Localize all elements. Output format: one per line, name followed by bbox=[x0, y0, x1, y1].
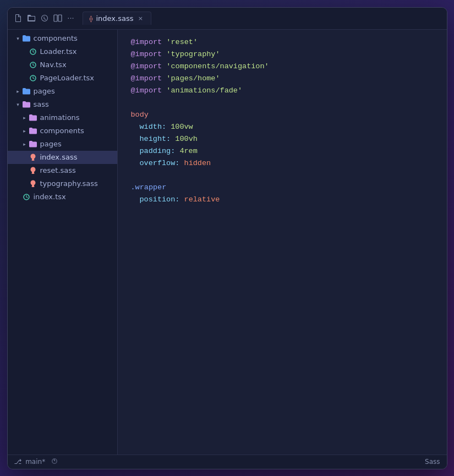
sass-arrow bbox=[14, 101, 22, 108]
code-line-empty-2 bbox=[118, 169, 447, 182]
sidebar: components Loader.tsx Nav.tsx bbox=[8, 30, 118, 455]
sidebar-item-components[interactable]: components bbox=[8, 32, 117, 45]
index-tsx-file-icon bbox=[22, 193, 31, 201]
components-label: components bbox=[34, 34, 78, 42]
position-prop: position: bbox=[140, 194, 180, 206]
height-prop: height: bbox=[140, 133, 171, 145]
pageloader-label: PageLoader.tsx bbox=[40, 74, 95, 82]
animations-label: animations bbox=[40, 113, 80, 122]
at-rule-4: @import bbox=[131, 73, 162, 85]
tab-close-button[interactable]: × bbox=[136, 15, 144, 23]
svg-rect-0 bbox=[54, 15, 57, 21]
components-folder-icon bbox=[22, 34, 31, 43]
at-rule-5: @import bbox=[131, 85, 162, 97]
at-rule-3: @import bbox=[131, 61, 162, 73]
sidebar-item-index-tsx[interactable]: index.tsx bbox=[8, 190, 117, 204]
new-file-icon[interactable] bbox=[13, 13, 23, 23]
sidebar-item-typography-sass[interactable]: typography.sass bbox=[8, 177, 117, 190]
tab-label: index.sass bbox=[96, 14, 133, 23]
at-rule-2: @import bbox=[131, 48, 162, 61]
file-tab[interactable]: ⟠ index.sass × bbox=[83, 12, 152, 25]
reset-sass-label: reset.sass bbox=[40, 166, 76, 174]
sidebar-item-loader[interactable]: Loader.tsx bbox=[8, 45, 117, 58]
width-prop: width: bbox=[140, 121, 167, 133]
sass-components-arrow bbox=[21, 127, 29, 135]
pages-arrow bbox=[14, 87, 22, 95]
refresh-icon[interactable] bbox=[40, 13, 50, 23]
string-2: 'typography' bbox=[166, 48, 220, 61]
string-3: 'components/navigation' bbox=[166, 61, 269, 73]
sidebar-item-sass-pages[interactable]: pages bbox=[8, 138, 117, 151]
string-5: 'animations/fade' bbox=[166, 85, 242, 97]
sidebar-item-sass[interactable]: sass bbox=[8, 98, 117, 111]
branch-indicator[interactable]: ⎇ main* bbox=[14, 458, 46, 466]
pageloader-file-icon bbox=[29, 74, 37, 83]
pages-label: pages bbox=[34, 87, 55, 95]
typography-sass-label: typography.sass bbox=[40, 179, 98, 188]
language-indicator[interactable]: Sass bbox=[425, 458, 440, 466]
code-line-overflow: overflow: hidden bbox=[118, 157, 447, 169]
sidebar-item-reset-sass[interactable]: reset.sass bbox=[8, 164, 117, 177]
at-rule-1: @import bbox=[131, 36, 162, 48]
code-line-body: body bbox=[118, 109, 447, 121]
svg-rect-1 bbox=[58, 15, 62, 21]
reset-sass-file-icon bbox=[29, 166, 37, 175]
animations-folder-icon bbox=[29, 113, 37, 122]
svg-rect-6 bbox=[31, 173, 34, 174]
wrapper-selector: .wrapper bbox=[131, 182, 167, 194]
code-line-height: height: 100vh bbox=[118, 133, 447, 145]
code-line-1: @import 'reset' bbox=[118, 36, 447, 48]
tab-file-icon: ⟠ bbox=[90, 15, 93, 23]
sidebar-item-animations[interactable]: animations bbox=[8, 111, 117, 124]
overflow-prop: overflow: bbox=[140, 157, 180, 169]
body-selector: body bbox=[131, 109, 149, 121]
sidebar-item-pages[interactable]: pages bbox=[8, 85, 117, 98]
loader-label: Loader.tsx bbox=[40, 47, 77, 56]
sass-pages-arrow bbox=[21, 140, 29, 148]
sass-label: sass bbox=[34, 100, 49, 108]
more-icon[interactable]: ··· bbox=[66, 13, 76, 23]
padding-prop: padding: bbox=[140, 145, 176, 157]
statusbar-left: ⎇ main* bbox=[14, 457, 59, 467]
titlebar-icons: ··· bbox=[13, 13, 76, 23]
new-folder-icon[interactable] bbox=[26, 13, 36, 23]
code-line-5: @import 'animations/fade' bbox=[118, 85, 447, 97]
animations-arrow bbox=[21, 114, 29, 122]
index-sass-file-icon bbox=[29, 153, 37, 162]
sass-components-label: components bbox=[40, 127, 84, 135]
statusbar-right: Sass bbox=[425, 458, 440, 466]
svg-rect-7 bbox=[31, 186, 34, 187]
code-editor[interactable]: @import 'reset' @import 'typography' @im… bbox=[118, 30, 447, 455]
index-sass-label: index.sass bbox=[40, 153, 78, 161]
sidebar-item-index-sass[interactable]: index.sass bbox=[8, 151, 117, 164]
sync-icon[interactable] bbox=[51, 457, 58, 467]
nav-file-icon bbox=[29, 61, 37, 69]
main-area: components Loader.tsx Nav.tsx bbox=[8, 30, 447, 455]
typography-sass-file-icon bbox=[29, 179, 37, 188]
width-val: 100vw bbox=[171, 121, 193, 133]
sidebar-item-sass-components[interactable]: components bbox=[8, 124, 117, 138]
code-line-empty-1 bbox=[118, 97, 447, 109]
branch-name: main* bbox=[25, 458, 45, 466]
code-line-2: @import 'typography' bbox=[118, 48, 447, 61]
loader-file-icon bbox=[29, 47, 37, 56]
statusbar: ⎇ main* Sass bbox=[8, 455, 447, 469]
nav-label: Nav.tsx bbox=[40, 61, 67, 69]
sass-pages-label: pages bbox=[40, 140, 62, 148]
titlebar: ··· ⟠ index.sass × bbox=[8, 8, 447, 30]
string-1: 'reset' bbox=[166, 36, 198, 48]
code-line-width: width: 100vw bbox=[118, 121, 447, 133]
pages-folder-icon bbox=[22, 87, 31, 96]
editor-window: ··· ⟠ index.sass × components bbox=[7, 7, 447, 469]
code-line-position: position: relative bbox=[118, 194, 447, 206]
sidebar-item-nav[interactable]: Nav.tsx bbox=[8, 58, 117, 72]
code-line-4: @import 'pages/home' bbox=[118, 73, 447, 85]
git-branch-icon: ⎇ bbox=[14, 458, 22, 466]
string-4: 'pages/home' bbox=[166, 73, 220, 85]
index-tsx-label: index.tsx bbox=[34, 193, 66, 201]
height-val: 100vh bbox=[175, 133, 198, 145]
sidebar-item-pageloader[interactable]: PageLoader.tsx bbox=[8, 72, 117, 85]
components-arrow bbox=[14, 35, 22, 42]
split-editor-icon[interactable] bbox=[53, 13, 63, 23]
padding-val: 4rem bbox=[179, 145, 197, 157]
